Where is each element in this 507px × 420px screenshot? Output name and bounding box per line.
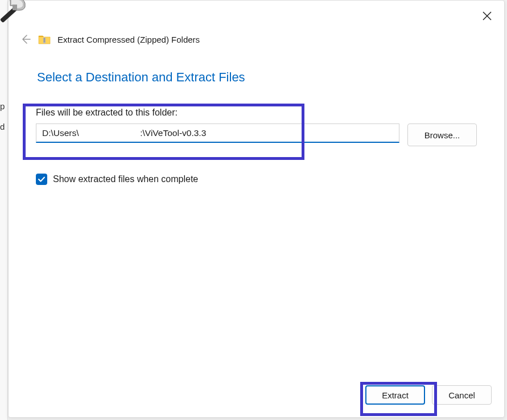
bg-char: d	[0, 122, 5, 131]
arrow-left-icon	[20, 34, 31, 45]
browse-button[interactable]: Browse...	[407, 123, 477, 146]
show-files-checkbox-row: Show extracted files when complete	[36, 174, 477, 185]
back-button[interactable]	[20, 34, 31, 45]
cancel-button[interactable]: Cancel	[432, 385, 492, 405]
svg-rect-7	[44, 40, 46, 41]
path-row: Browse...	[36, 123, 477, 146]
dialog-content: Select a Destination and Extract Files F…	[9, 54, 504, 376]
zip-folder-icon	[38, 34, 51, 44]
checkbox-label: Show extracted files when complete	[53, 174, 198, 184]
dialog-header: Extract Compressed (Zipped) Folders	[9, 1, 504, 54]
extract-dialog: Extract Compressed (Zipped) Folders Sele…	[8, 0, 505, 418]
svg-rect-6	[44, 39, 46, 40]
svg-rect-5	[44, 38, 46, 39]
dialog-footer: Extract Cancel	[9, 376, 504, 417]
path-label: Files will be extracted to this folder:	[36, 108, 477, 118]
extract-button[interactable]: Extract	[365, 385, 425, 405]
titlebar	[477, 7, 497, 24]
page-heading: Select a Destination and Extract Files	[37, 70, 477, 85]
destination-path-input[interactable]	[36, 123, 399, 143]
close-icon	[483, 11, 492, 20]
bg-char: p	[0, 101, 5, 111]
close-button[interactable]	[477, 7, 497, 24]
dialog-title: Extract Compressed (Zipped) Folders	[57, 35, 200, 44]
hammer-overlay-icon	[0, 0, 27, 30]
svg-rect-8	[44, 42, 46, 42]
background-panel: p d	[0, 0, 8, 420]
svg-rect-1	[13, 5, 17, 10]
checkmark-icon	[38, 175, 46, 183]
show-files-checkbox[interactable]	[36, 174, 47, 185]
